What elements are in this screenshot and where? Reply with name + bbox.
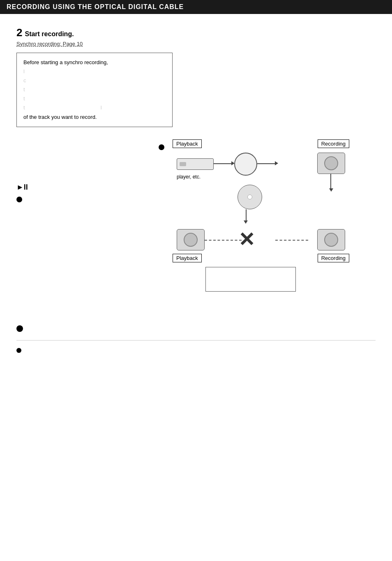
optical-cable-circle	[234, 153, 257, 176]
dashed-line-bottom-right	[275, 240, 308, 241]
playback-device-top	[177, 158, 214, 170]
divider	[16, 340, 376, 341]
recording-label-bottom: Recording	[318, 254, 349, 262]
recording-device-top	[317, 153, 345, 174]
right-column: Playback Recording player, etc.	[173, 139, 376, 312]
bottom-bullet-2	[16, 347, 376, 353]
step-subtitle: Synchro recording: Page 10	[16, 41, 376, 47]
note-line4: t	[23, 85, 166, 94]
bottom-bullet-dot-1	[16, 325, 23, 332]
bullet-item-1	[16, 196, 164, 202]
bullet-dot-1	[16, 197, 22, 202]
note-line3: c	[23, 76, 166, 85]
step2-heading: 2 Start recording.	[16, 26, 376, 39]
note-line6: t l	[23, 103, 166, 112]
playback-device-bottom	[177, 229, 205, 250]
arrow-down-right	[329, 188, 333, 192]
bottom-bullet-1	[16, 325, 376, 332]
dashed-line-bottom	[205, 240, 242, 241]
play-pause-symbol: ►II	[16, 183, 164, 192]
diagram-container: Playback Recording player, etc.	[173, 139, 349, 312]
step-number: 2	[16, 26, 22, 39]
player-label: player, etc.	[177, 174, 201, 180]
md-disc-top	[238, 185, 262, 209]
cable-top-left	[214, 163, 233, 164]
bottom-section	[16, 325, 376, 353]
recording-label-top: Recording	[318, 139, 349, 148]
cable-top-right	[257, 163, 276, 164]
step-title: Start recording.	[25, 30, 74, 38]
v-line-right-top	[330, 174, 331, 190]
bullet-dot-top	[159, 144, 164, 150]
playback-label-bottom: Playback	[173, 254, 202, 262]
bottom-bullet-dot-2	[16, 348, 21, 353]
arrow-top-right	[275, 161, 278, 165]
note-line5: t	[23, 94, 166, 103]
playback-label-top: Playback	[173, 139, 202, 148]
diagram-section: ►II Playback Recording	[16, 139, 376, 312]
bottom-note-box	[205, 267, 296, 292]
note-line1: Before starting a synchro recording,	[23, 58, 166, 67]
note-line2: l	[23, 67, 166, 76]
x-mark: ✕	[238, 230, 255, 250]
note-box: Before starting a synchro recording, l c…	[16, 53, 173, 127]
page-header: RECORDING USING THE OPTICAL DIGITAL CABL…	[0, 0, 392, 14]
v-line-center	[246, 209, 247, 222]
left-column: ►II	[16, 139, 164, 208]
note-line7: of the track you want to record.	[23, 113, 166, 122]
recording-device-bottom	[317, 229, 345, 250]
arrow-down-center	[244, 220, 248, 224]
header-title: RECORDING USING THE OPTICAL DIGITAL CABL…	[7, 3, 184, 10]
